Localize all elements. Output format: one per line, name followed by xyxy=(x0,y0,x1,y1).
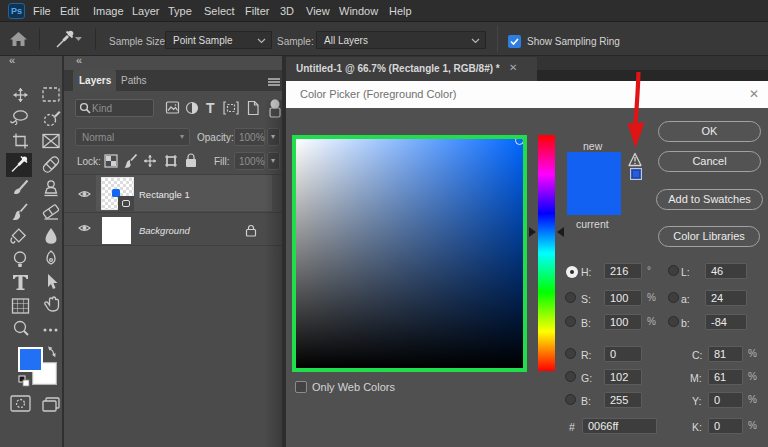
svg-text:T: T xyxy=(206,100,215,116)
